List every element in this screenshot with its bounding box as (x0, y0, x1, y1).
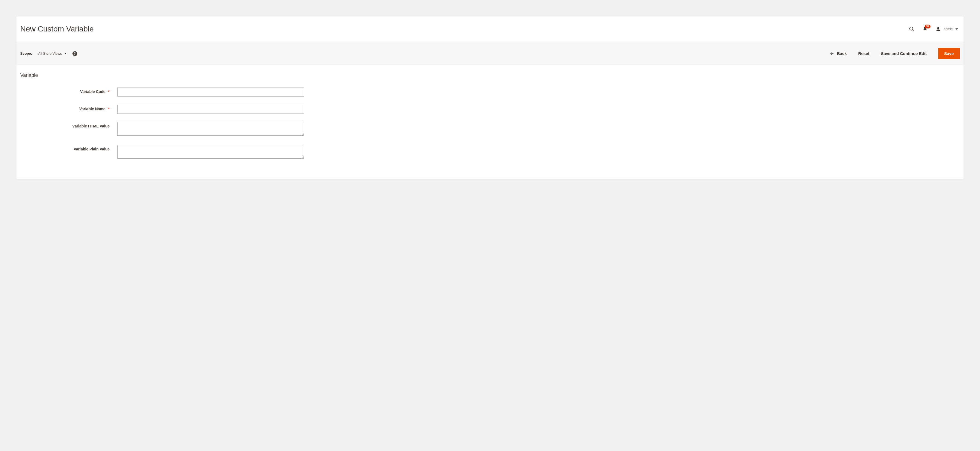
reset-button[interactable]: Reset (858, 51, 870, 56)
required-mark: * (108, 89, 110, 94)
back-label: Back (837, 51, 847, 56)
action-bar: Scope: All Store Views ? Back Reset (16, 41, 964, 65)
field-label: Variable HTML Value (72, 124, 110, 128)
admin-account-menu[interactable]: admin (935, 26, 958, 32)
help-icon[interactable]: ? (72, 51, 77, 56)
page-title: New Custom Variable (20, 25, 94, 33)
back-button[interactable]: Back (830, 51, 847, 56)
save-button[interactable]: Save (938, 48, 960, 59)
search-icon[interactable] (908, 26, 915, 32)
save-continue-label: Save and Continue Edit (881, 51, 927, 56)
reset-label: Reset (858, 51, 870, 56)
caret-down-icon (955, 29, 958, 30)
admin-name: admin (943, 27, 953, 31)
svg-line-1 (912, 30, 914, 31)
variable-name-input[interactable] (117, 105, 304, 114)
field-variable-html-value: Variable HTML Value (20, 122, 960, 137)
save-label: Save (944, 51, 954, 56)
field-variable-plain-value: Variable Plain Value (20, 145, 960, 160)
field-variable-code: Variable Code * (20, 88, 960, 97)
field-variable-name: Variable Name * (20, 105, 960, 114)
notifications-badge: 39 (925, 25, 931, 29)
variable-plain-value-input[interactable] (117, 145, 304, 159)
user-icon (935, 26, 941, 32)
field-label: Variable Name (79, 107, 105, 111)
scope-label: Scope: (20, 51, 32, 56)
action-buttons: Back Reset Save and Continue Edit Save (830, 48, 960, 59)
field-label: Variable Plain Value (73, 147, 110, 151)
scope-selector[interactable]: All Store Views (38, 51, 66, 56)
main-panel: New Custom Variable 39 (16, 16, 964, 179)
form-area: Variable Variable Code * Variable Name * (16, 65, 964, 179)
header-tools: 39 admin (908, 26, 961, 32)
arrow-left-icon (830, 52, 834, 56)
field-label: Variable Code (80, 89, 105, 94)
variable-code-input[interactable] (117, 88, 304, 97)
notifications-icon[interactable]: 39 (922, 26, 928, 32)
save-continue-button[interactable]: Save and Continue Edit (881, 51, 927, 56)
required-mark: * (108, 107, 110, 111)
panel-header: New Custom Variable 39 (16, 16, 964, 41)
variable-html-value-input[interactable] (117, 122, 304, 135)
section-title: Variable (20, 72, 960, 78)
scope-area: Scope: All Store Views ? (20, 51, 77, 56)
caret-down-icon (64, 53, 67, 54)
svg-point-2 (937, 27, 939, 29)
scope-value: All Store Views (38, 51, 62, 56)
svg-point-0 (910, 27, 913, 30)
